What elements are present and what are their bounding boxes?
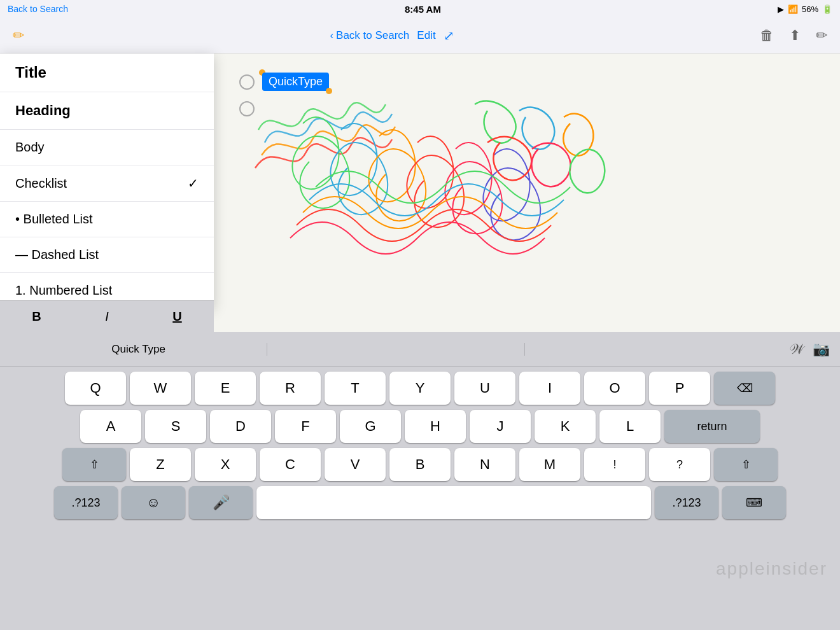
key-d[interactable]: D	[210, 410, 271, 443]
underline-button[interactable]: U	[160, 304, 194, 329]
key-x[interactable]: X	[195, 448, 256, 481]
shift-key-left[interactable]: ⇧	[62, 448, 126, 481]
autocomplete-bar: Quick Type 𝒲 📷	[0, 332, 840, 367]
keyboard-row-3: ⇧ Z X C V B N M ! ? ⇧	[3, 448, 837, 481]
autocomplete-item-1[interactable]: Quick Type	[10, 343, 267, 356]
status-left: Back to Search	[8, 4, 68, 14]
top-toolbar: ✏ ‹ Back to Search Edit ⤢ 🗑 ⬆ ✏	[0, 18, 840, 53]
key-h[interactable]: H	[405, 410, 466, 443]
dropdown-menu: Title Heading Body Checklist ✓ • Bullete…	[0, 53, 214, 308]
scribble-button[interactable]: 𝒲	[789, 341, 802, 358]
bulleted-label: • Bulleted List	[15, 212, 93, 227]
chevron-left-icon: ‹	[330, 29, 333, 42]
key-a[interactable]: A	[80, 410, 141, 443]
key-m[interactable]: M	[519, 448, 580, 481]
key-y[interactable]: Y	[389, 372, 451, 405]
keyboard-dismiss-key[interactable]: ⌨	[722, 486, 786, 519]
key-g[interactable]: G	[340, 410, 401, 443]
menu-item-bulleted[interactable]: • Bulleted List	[0, 202, 214, 237]
back-button[interactable]: ‹ Back to Search	[330, 29, 409, 42]
key-z[interactable]: Z	[130, 448, 191, 481]
autocomplete-item-2[interactable]	[267, 343, 524, 356]
menu-item-checklist[interactable]: Checklist ✓	[0, 165, 214, 202]
key-t[interactable]: T	[325, 372, 386, 405]
checklist-item-1: QuickType	[239, 73, 815, 91]
camera-button[interactable]: 📷	[813, 341, 830, 358]
key-w[interactable]: W	[130, 372, 191, 405]
menu-item-body[interactable]: Body	[0, 130, 214, 165]
location-icon: ▶	[778, 4, 784, 14]
key-exclaim[interactable]: !	[584, 448, 645, 481]
heading-label: Heading	[15, 102, 71, 119]
share-icon[interactable]: ⬆	[789, 27, 801, 44]
key-j[interactable]: J	[470, 410, 531, 443]
space-bar[interactable]	[256, 486, 651, 519]
key-question[interactable]: ?	[649, 448, 710, 481]
emoji-key[interactable]: ☺	[122, 486, 185, 519]
selected-text[interactable]: QuickType	[262, 73, 329, 91]
pencil-icon: ✏	[13, 27, 24, 44]
title-label: Title	[15, 64, 46, 81]
key-c[interactable]: C	[260, 448, 321, 481]
status-time: 8:45 AM	[405, 4, 441, 15]
keyboard-row-4: .?123 ☺ 🎤 .?123 ⌨	[3, 486, 837, 519]
autocomplete-item-3[interactable]	[525, 343, 781, 356]
key-o[interactable]: O	[584, 372, 645, 405]
compose-icon[interactable]: ✏	[816, 27, 827, 44]
note-content: QuickType	[214, 53, 840, 139]
return-key[interactable]: return	[664, 410, 760, 443]
scribble-drawing	[252, 92, 634, 295]
key-i[interactable]: I	[519, 372, 580, 405]
body-label: Body	[15, 140, 45, 155]
keyboard-keys: Q W E R T Y U I O P ⌫ A S D F G H J K L …	[0, 367, 840, 519]
checklist-checkmark: ✓	[188, 176, 199, 191]
key-b[interactable]: B	[389, 448, 451, 481]
keyboard-row-2: A S D F G H J K L return	[3, 410, 837, 443]
key-f[interactable]: F	[275, 410, 336, 443]
checkbox-1[interactable]	[239, 74, 255, 90]
key-v[interactable]: V	[325, 448, 386, 481]
mic-key[interactable]: 🎤	[189, 486, 253, 519]
key-u[interactable]: U	[454, 372, 515, 405]
bluetooth-icon: 📶	[788, 4, 798, 14]
toolbar-left: ✏	[13, 27, 24, 44]
key-q[interactable]: Q	[65, 372, 126, 405]
battery-icon: 🔋	[822, 4, 832, 14]
bold-button[interactable]: B	[19, 304, 53, 329]
italic-button[interactable]: I	[92, 304, 122, 329]
watermark: appleinsider	[716, 559, 827, 579]
key-l[interactable]: L	[599, 410, 661, 443]
trash-icon[interactable]: 🗑	[760, 27, 774, 44]
num-key-right[interactable]: .?123	[655, 486, 718, 519]
main-content-area: QuickType	[214, 53, 840, 332]
backspace-key[interactable]: ⌫	[714, 372, 775, 405]
autocomplete-section: Quick Type	[10, 343, 781, 356]
format-bar: B I U	[0, 300, 214, 332]
status-bar: Back to Search 8:45 AM ▶ 📶 56% 🔋	[0, 0, 840, 18]
expand-icon[interactable]: ⤢	[444, 28, 454, 43]
status-right: ▶ 📶 56% 🔋	[778, 4, 832, 14]
checklist-label: Checklist	[15, 176, 67, 191]
menu-item-heading[interactable]: Heading	[0, 92, 214, 130]
key-e[interactable]: E	[195, 372, 256, 405]
menu-item-title[interactable]: Title	[0, 53, 214, 92]
key-r[interactable]: R	[260, 372, 321, 405]
key-s[interactable]: S	[145, 410, 206, 443]
autocomplete-right: 𝒲 📷	[781, 341, 830, 358]
edit-button[interactable]: Edit	[417, 29, 435, 42]
dashed-label: — Dashed List	[15, 248, 99, 262]
key-n[interactable]: N	[454, 448, 515, 481]
num-key-left[interactable]: .?123	[54, 486, 118, 519]
back-label: Back to Search	[336, 29, 409, 42]
keyboard-row-1: Q W E R T Y U I O P ⌫	[3, 372, 837, 405]
keyboard-area: Quick Type 𝒲 📷 Q W E R T Y U I O P ⌫ A S	[0, 332, 840, 630]
battery-label: 56%	[802, 4, 818, 14]
shift-key-right[interactable]: ⇧	[714, 448, 778, 481]
toolbar-right: 🗑 ⬆ ✏	[760, 27, 827, 44]
key-k[interactable]: K	[535, 410, 596, 443]
key-p[interactable]: P	[649, 372, 710, 405]
numbered-label: 1. Numbered List	[15, 283, 112, 298]
menu-item-dashed[interactable]: — Dashed List	[0, 237, 214, 273]
back-to-search-status: Back to Search	[8, 4, 68, 14]
